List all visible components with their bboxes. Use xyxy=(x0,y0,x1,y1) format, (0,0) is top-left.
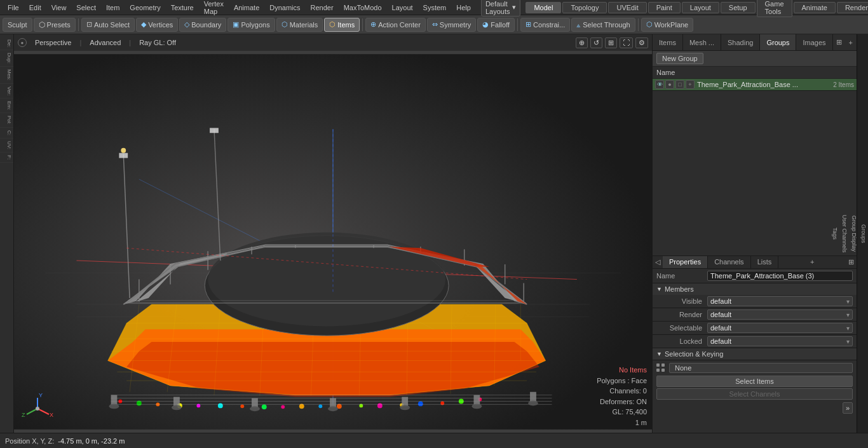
constraint-icon: ⊞ xyxy=(526,20,531,29)
tab-setup[interactable]: Setup xyxy=(721,2,756,13)
right-tab-plus[interactable]: + xyxy=(845,34,857,50)
menu-edit[interactable]: Edit xyxy=(24,3,46,13)
materials-button[interactable]: ⬡ Materials xyxy=(276,18,323,32)
workplane-button[interactable]: ⬡ WorkPlane xyxy=(641,18,694,32)
tab-images[interactable]: Images xyxy=(796,34,832,50)
left-tool-f[interactable]: F: xyxy=(0,153,13,163)
vertices-button[interactable]: ◆ Vertices xyxy=(136,18,178,32)
tab-groups[interactable]: Groups xyxy=(760,34,796,50)
menu-file[interactable]: File xyxy=(3,3,24,13)
left-tool-dup[interactable]: Dup: xyxy=(0,50,13,67)
locked-dropdown[interactable]: default ▾ xyxy=(707,336,853,346)
perspective-btn[interactable]: Perspective xyxy=(32,37,74,48)
auto-select-button[interactable]: ⊡ Auto Select xyxy=(81,18,135,32)
tab-model[interactable]: Model xyxy=(526,2,561,13)
group-visibility-toggle[interactable]: 👁 xyxy=(655,80,664,89)
tab-gametools[interactable]: Game Tools xyxy=(757,0,792,17)
group-item-sub: 2 Items xyxy=(833,81,854,88)
menu-layout[interactable]: Layout xyxy=(387,3,418,13)
vtab-group-display[interactable]: Group Display xyxy=(850,212,858,255)
group-box-toggle[interactable]: □ xyxy=(675,80,684,89)
vtab-user-channels[interactable]: User Channels xyxy=(840,211,849,257)
new-group-button[interactable]: New Group xyxy=(656,53,703,64)
group-add-toggle[interactable]: + xyxy=(686,80,695,89)
vtab-tags[interactable]: Tags xyxy=(831,224,839,243)
selection-keying-header[interactable]: ▼ Selection & Keying xyxy=(653,348,857,360)
tab-animate[interactable]: Animate xyxy=(794,2,836,13)
tab-shading[interactable]: Shading xyxy=(721,34,760,50)
menu-vertexmap[interactable]: Vertex Map xyxy=(199,0,229,17)
select-through-button[interactable]: ⟁ Select Through xyxy=(571,18,635,32)
menu-animate[interactable]: Animate xyxy=(229,3,264,13)
presets-button[interactable]: ⬡ Presets xyxy=(34,18,76,32)
viewport-canvas[interactable]: No Items Polygons : Face Channels: 0 Def… xyxy=(14,51,652,433)
tab-items[interactable]: Items xyxy=(653,34,683,50)
left-tool-uv[interactable]: UV: xyxy=(0,139,13,153)
symmetry-button[interactable]: ⇔ Symmetry xyxy=(427,18,477,32)
expand-arrow-button[interactable]: » xyxy=(843,402,853,414)
menu-render[interactable]: Render xyxy=(306,3,339,13)
right-tab-expand[interactable]: ⊞ xyxy=(834,34,844,50)
menu-texture[interactable]: Texture xyxy=(166,3,199,13)
menu-help[interactable]: Help xyxy=(451,3,476,13)
selectable-dropdown[interactable]: default ▾ xyxy=(707,323,853,333)
vp-icon-fullscreen[interactable]: ⛶ xyxy=(620,37,633,48)
left-tool-pol[interactable]: Pol: xyxy=(0,113,13,128)
vp-icon-rotate[interactable]: ⊕ xyxy=(576,37,588,48)
props-tab-lists[interactable]: Lists xyxy=(751,256,779,268)
left-tool-ver[interactable]: Ver: xyxy=(0,84,13,98)
props-tab-expand2[interactable]: ⊞ xyxy=(846,256,857,268)
advanced-btn[interactable]: Advanced xyxy=(86,37,124,48)
menu-dynamics[interactable]: Dynamics xyxy=(264,3,305,13)
props-tab-channels[interactable]: Channels xyxy=(708,256,750,268)
left-tool-em[interactable]: Em: xyxy=(0,98,13,113)
left-tool-mes[interactable]: Mes: xyxy=(0,67,13,83)
viewport[interactable]: ● Perspective | Advanced | Ray GL: Off ⊕… xyxy=(14,34,652,433)
group-render-toggle[interactable]: ● xyxy=(665,80,674,89)
vp-icon-refresh[interactable]: ↺ xyxy=(590,37,602,48)
vtab-groups[interactable]: Groups xyxy=(859,221,868,247)
vp-icon-settings[interactable]: ⚙ xyxy=(635,37,648,48)
visible-dropdown[interactable]: default ▾ xyxy=(707,296,853,306)
props-tab-plus[interactable]: + xyxy=(806,256,818,268)
svg-point-63 xyxy=(418,402,423,407)
menu-maxtomodo[interactable]: MaxToModo xyxy=(339,3,387,13)
props-tab-expand[interactable]: ◁ xyxy=(653,256,663,268)
vp-icon-zoom[interactable]: ⊞ xyxy=(605,37,617,48)
locked-value: default xyxy=(710,337,731,345)
group-list[interactable]: 👁 ● □ + Theme_Park_Attraction_Base ... 2… xyxy=(653,79,857,255)
boundary-button[interactable]: ◇ Boundary xyxy=(179,18,226,32)
tab-topology[interactable]: Topology xyxy=(562,2,607,13)
svg-point-61 xyxy=(377,403,383,408)
items-button[interactable]: ⬡ Items xyxy=(324,18,360,32)
action-center-button[interactable]: ⊕ Action Center xyxy=(365,18,426,32)
viewport-toggle[interactable]: ● xyxy=(18,38,27,47)
menu-view[interactable]: View xyxy=(46,3,72,13)
tab-uvedit[interactable]: UVEdit xyxy=(608,2,646,13)
menu-item[interactable]: Item xyxy=(101,3,125,13)
render-dropdown[interactable]: default ▾ xyxy=(707,309,853,320)
tab-layout[interactable]: Layout xyxy=(682,2,719,13)
tab-mesh[interactable]: Mesh ... xyxy=(683,34,721,50)
tab-render[interactable]: Render xyxy=(837,2,868,13)
group-list-item[interactable]: 👁 ● □ + Theme_Park_Attraction_Base ... 2… xyxy=(653,79,857,91)
props-tab-properties[interactable]: Properties xyxy=(663,256,708,268)
name-input[interactable] xyxy=(707,271,853,281)
menu-geometry[interactable]: Geometry xyxy=(125,3,165,13)
constraint-button[interactable]: ⊞ Constrai... xyxy=(520,18,570,32)
select-items-button[interactable]: Select Items xyxy=(656,376,853,387)
select-channels-button[interactable]: Select Channels xyxy=(656,388,853,400)
left-tool-de[interactable]: De: xyxy=(0,37,13,50)
falloff-button[interactable]: ◕ Falloff xyxy=(477,18,515,32)
left-tool-c[interactable]: C: xyxy=(0,128,13,139)
properties-section: ◁ Properties Channels Lists + ⊞ Name ▼ M… xyxy=(653,255,857,433)
layout-selector[interactable]: Default Layouts ▾ xyxy=(481,0,521,17)
tab-paint[interactable]: Paint xyxy=(648,2,681,13)
polygons-button[interactable]: ▣ Polygons xyxy=(227,18,275,32)
menu-select[interactable]: Select xyxy=(71,3,101,13)
sculpt-button[interactable]: Sculpt xyxy=(3,18,32,32)
svg-point-78 xyxy=(328,406,338,411)
raygl-btn[interactable]: Ray GL: Off xyxy=(136,37,179,48)
menu-system[interactable]: System xyxy=(418,3,452,13)
members-header[interactable]: ▼ Members xyxy=(653,283,857,295)
